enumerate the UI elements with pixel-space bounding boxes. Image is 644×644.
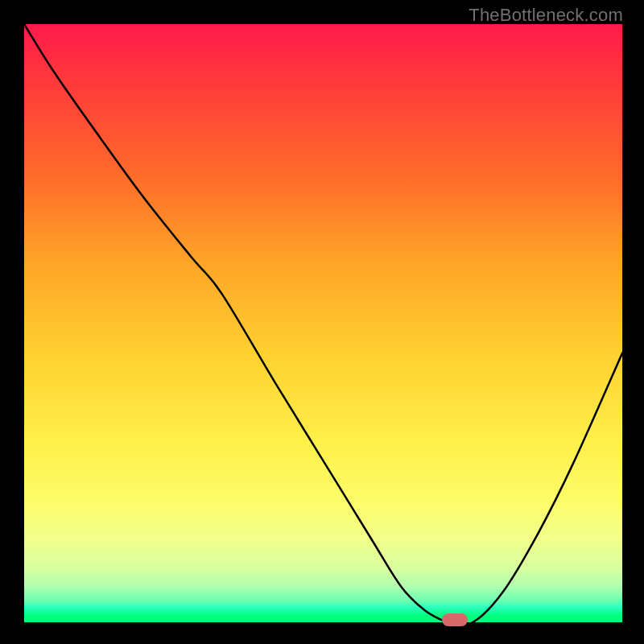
watermark-text: TheBottleneck.com <box>469 5 623 26</box>
optimum-marker <box>442 613 468 626</box>
chart-frame: TheBottleneck.com <box>0 0 644 644</box>
bottleneck-curve <box>24 24 622 622</box>
